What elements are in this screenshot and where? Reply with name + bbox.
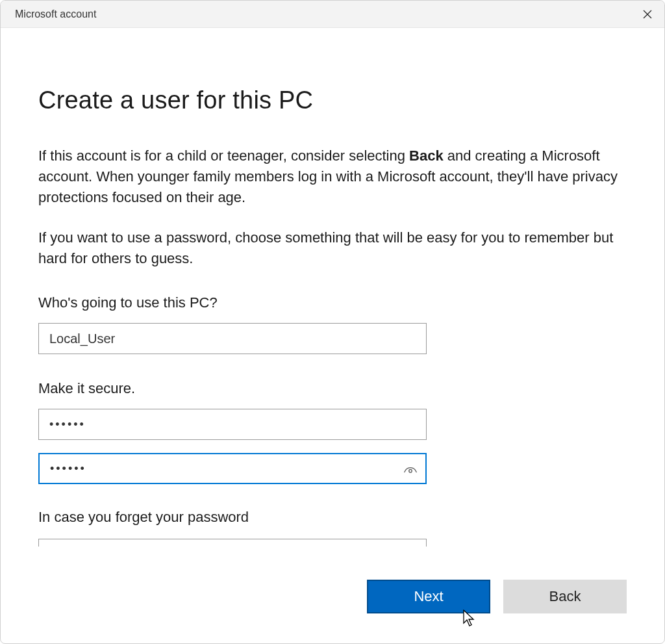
confirm-password-input[interactable] [38,453,427,484]
security-question-field-partial[interactable] [38,539,427,547]
confirm-password-row [38,453,427,484]
desc1-bold: Back [409,148,444,164]
content-area: Create a user for this PC If this accoun… [1,28,664,643]
dialog-window: Microsoft account Create a user for this… [0,0,665,644]
security-questions-label: In case you forget your password [38,509,627,526]
next-button[interactable]: Next [367,580,490,613]
eye-icon [403,463,418,474]
titlebar: Microsoft account [1,1,664,28]
password-input[interactable] [38,409,427,440]
desc1-pre: If this account is for a child or teenag… [38,148,409,164]
button-bar: Next Back [367,580,627,613]
password-section-label: Make it secure. [38,380,627,397]
username-input[interactable] [38,323,427,354]
window-title: Microsoft account [15,8,96,20]
username-label: Who's going to use this PC? [38,294,627,311]
description-paragraph-2: If you want to use a password, choose so… [38,227,627,269]
page-title: Create a user for this PC [38,86,627,114]
close-icon [643,10,652,19]
close-button[interactable] [631,1,664,28]
svg-point-2 [409,470,412,472]
description-paragraph-1: If this account is for a child or teenag… [38,146,627,208]
reveal-password-button[interactable] [403,461,418,476]
back-button[interactable]: Back [503,580,627,613]
